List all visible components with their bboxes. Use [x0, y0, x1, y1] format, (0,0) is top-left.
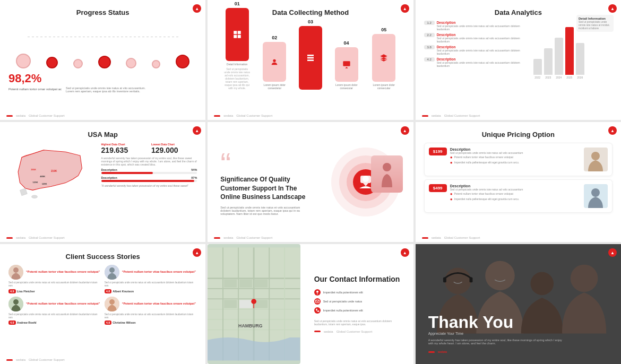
progress-description: Sed ut perspiciatis unde omnis iste natu…	[66, 86, 151, 93]
slide-footer: sedata Global Customer Support	[422, 236, 480, 239]
bubble-node-active	[46, 57, 58, 68]
dcm-item-3: 03	[299, 19, 322, 90]
svg-rect-46	[255, 280, 268, 288]
client-quote: “Potenti nullam tortor vitae faucibus or…	[26, 302, 100, 306]
analytics-item-2: 2.2 Description Sed ut perspiciatis unde…	[424, 33, 528, 43]
feature-text: Potenti nullam tortor vitae faucibus orn…	[454, 192, 513, 195]
chart-year: 2023	[545, 76, 551, 79]
dcm-item-4: 04 Lorem ipsum dolor consecutar	[333, 40, 360, 90]
analytics-item-body: Sed ut perspiciatis unde omnis iste natu…	[437, 24, 528, 31]
svg-point-31	[109, 299, 115, 305]
slide-title: Unique Pricing Option	[424, 131, 613, 138]
chart-year: 2022	[534, 76, 540, 79]
slide-badge: ▲	[401, 126, 409, 135]
rating-badge: 4.8	[105, 289, 112, 293]
pb-label-text: Description	[101, 176, 117, 179]
client-body: Sed ut perspiciatis unde omnis natus at …	[105, 281, 197, 288]
client-avatar	[8, 297, 23, 311]
analytics-item-title: Description	[437, 21, 528, 24]
thank-you-description: A wonderful serenity has taken possessio…	[428, 339, 566, 345]
svg-point-29	[13, 299, 19, 305]
progress-label: Potenti nullam tortor ornar volutpat ac	[8, 88, 62, 93]
slide-footer: sedata Global Customer Support	[422, 114, 480, 117]
bubble-node	[73, 59, 83, 68]
contact-title: Our Contact Information	[314, 275, 405, 284]
client-rating: 4.9 Andrew Roehl	[8, 320, 101, 325]
analytics-number: 4.2	[424, 57, 435, 62]
pb-value: 97%	[191, 176, 197, 179]
pb-value: 54%	[191, 168, 197, 171]
quote-text: Significance Of Quality Customer Support…	[220, 175, 310, 202]
feature-dot: ●	[450, 192, 453, 196]
svg-point-25	[13, 267, 19, 273]
pricing-person-svg	[584, 184, 608, 208]
footer-brand: sedata	[432, 114, 441, 117]
footer-brand: sedata	[16, 358, 25, 361]
analytics-item-title: Description	[437, 45, 528, 49]
map-visual: 391K 489K 219K 129K 129K	[8, 143, 93, 201]
bubble-node	[126, 58, 136, 68]
client-header: “Potenti nullam tortor vitae faucibus or…	[8, 297, 101, 311]
svg-text:391K: 391K	[31, 168, 36, 171]
bar-group-3: 2024	[555, 38, 563, 79]
chart-bar	[533, 59, 542, 75]
pricing-features: Description Sed ut perspiciatis unde omn…	[450, 184, 581, 202]
slide-data-collecting: ▲ Data Collecting Method 01 Detail Infor…	[208, 0, 413, 120]
dcm-chart: 01 Detail Information Sed ut perspiciati…	[216, 21, 404, 90]
slide-data-analytics: ▲ Data Analytics 1.2 Description Sed ut …	[416, 0, 621, 120]
rating-badge: 4.9	[8, 320, 16, 325]
person-silhouette	[379, 161, 395, 187]
footer-tagline: Global Customer Support	[337, 330, 373, 333]
highest-value: 219.635	[101, 146, 147, 154]
feature-dot: ●	[450, 155, 453, 160]
bubble-item	[16, 54, 31, 68]
dcm-label: Lorem ipsum dolor consectetur	[261, 83, 288, 90]
avatar-svg	[8, 265, 23, 280]
footer-brand: sedata	[324, 330, 333, 333]
analytics-number: 2.2	[424, 33, 435, 37]
slide-usa-map: ▲ USA Map 391K 489K 219K 129K 129K	[0, 122, 205, 242]
client-name: Lisa Fletcher	[17, 290, 35, 293]
dcm-box	[299, 26, 322, 90]
dcm-item-5: 05 Lorem ipsum dolor consecutar	[370, 27, 397, 90]
thank-you-heading: Thank You	[428, 314, 608, 331]
pb-label: Description 97%	[101, 176, 197, 179]
pb-fill	[101, 180, 194, 182]
slide-badge: ▲	[401, 4, 409, 13]
bubble-item	[176, 55, 189, 68]
footer-dot	[6, 115, 13, 117]
bar-group-4: 2025	[565, 27, 574, 79]
svg-text:489K: 489K	[40, 175, 45, 178]
quote-subtext: Sed ut perspiciatis unde omnis iste natu…	[220, 206, 310, 215]
slide-client-stories: ▲ Client Success Stories “Potenti nullam…	[0, 244, 205, 364]
slide-footer: sedata Global Customer Support	[314, 330, 405, 333]
bar-group-2: 2023	[544, 48, 553, 79]
slide-progress-status: ▲ Progress Status 98,2% Potenti nullam t…	[0, 0, 205, 120]
client-name: Albert Knutson	[113, 290, 134, 293]
map-svg: HAMBURG	[208, 244, 300, 364]
lowest-stat: Lowest Data Chart 129.000	[151, 143, 197, 154]
svg-point-4	[273, 59, 276, 62]
client-avatar	[105, 297, 119, 311]
contact-email: Sed ut perspiciatis unde natus	[323, 300, 363, 303]
slide-footer: sedata Global Customer Support	[6, 358, 65, 361]
avatar-svg	[105, 265, 119, 280]
pb-label: Description 54%	[101, 168, 197, 171]
bubble-item	[46, 57, 58, 68]
lowest-value: 129.000	[151, 146, 197, 154]
bubble-chart	[8, 21, 197, 68]
footer-tagline: Global Customer Support	[236, 114, 272, 117]
pricing-feature-1: ● Potenti nullam tortor vitae faucibus o…	[450, 155, 581, 160]
svg-rect-17	[360, 176, 371, 183]
slide-footer: sedata Global Customer Support	[214, 236, 272, 239]
slide-thank-you: ▲ Thank You Appreciate Your Time A wonde…	[416, 244, 621, 364]
footer-dot	[314, 331, 321, 332]
client-avatar	[8, 265, 23, 280]
slide-quote: ▲ “ Significance Of Quality Customer Sup…	[208, 122, 413, 242]
dcm-box	[372, 34, 395, 82]
slide-badge: ▲	[193, 126, 201, 135]
dcm-number: 04	[344, 40, 349, 46]
svg-text:HAMBURG: HAMBURG	[238, 323, 263, 328]
client-header: “Potenti nullam tortor vitae faucibus or…	[105, 265, 197, 280]
bubble-item	[126, 58, 136, 68]
